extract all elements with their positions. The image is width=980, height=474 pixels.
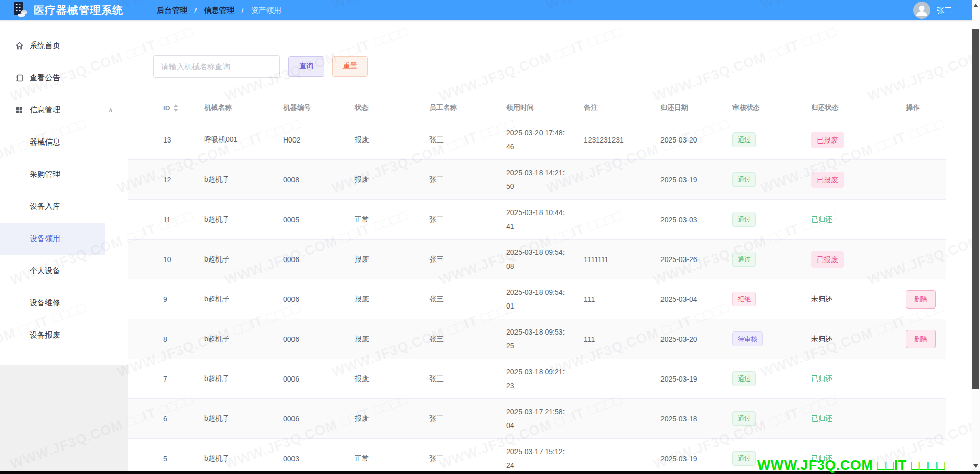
sidebar-item-设备维修[interactable]: 设备维修 — [0, 287, 105, 319]
return-status-tag: 已报废 — [811, 172, 844, 188]
column-header-label: 审核状态 — [732, 103, 760, 112]
table-row: 13呼吸机001H002报废张三2025-03-20 17:48:4612312… — [128, 120, 946, 160]
cell-remark: 111 — [584, 319, 660, 359]
cell-audit-status: 通过 — [732, 240, 811, 279]
cell-audit-status: 拒绝 — [732, 279, 811, 319]
column-header-操作: 操作 — [906, 96, 946, 120]
sidebar-item-label: 系统首页 — [30, 41, 60, 51]
return-status-tag: 已归还 — [811, 215, 832, 224]
cell-name: b超机子 — [204, 160, 283, 199]
cell-id: 13 — [163, 120, 204, 159]
cell-borrow-time: 2025-03-18 10:44:41 — [506, 200, 584, 239]
chevron-up-icon: ∧ — [108, 106, 113, 113]
breadcrumb-separator: / — [241, 6, 243, 15]
return-status-tag: 已报废 — [811, 132, 844, 148]
table-row: 9b超机子0006报废张三2025-03-18 09:54:011112025-… — [128, 279, 946, 319]
column-header-label: 操作 — [906, 103, 920, 112]
breadcrumb-item[interactable]: 后台管理 — [157, 6, 187, 15]
cell-remark: 1231231231 — [584, 120, 660, 159]
cell-status: 正常 — [355, 200, 429, 239]
cell-return-status: 未归还 — [811, 279, 906, 319]
book-icon — [15, 74, 24, 83]
scroll-down-arrow-icon[interactable] — [972, 462, 980, 470]
sidebar-item-信息管理[interactable]: 信息管理∧ — [0, 94, 105, 126]
sidebar-item-label: 设备维修 — [30, 298, 60, 308]
cell-code: 0006 — [283, 399, 355, 438]
cell-id: 6 — [163, 399, 204, 438]
column-header-ID[interactable]: ID — [163, 96, 204, 120]
cell-employee: 张三 — [429, 399, 506, 438]
cell-return-date: 2025-03-03 — [660, 200, 732, 239]
table-row: 7b超机子0006报废张三2025-03-18 09:21:232025-03-… — [128, 359, 946, 399]
cell-employee: 张三 — [429, 359, 506, 398]
cell-audit-status: 通过 — [732, 200, 811, 239]
table-row: 10b超机子0006报废张三2025-03-18 09:54:081111111… — [128, 240, 946, 279]
column-header-label: ID — [163, 104, 170, 112]
scrollbar[interactable] — [972, 0, 980, 474]
cell-id: 9 — [163, 279, 204, 319]
building-pills-logo-icon — [11, 1, 29, 19]
sidebar-item-label: 器械信息 — [30, 137, 60, 147]
cell-return-status: 已归还 — [811, 399, 906, 438]
cell-status: 正常 — [355, 439, 429, 474]
sort-icons[interactable] — [173, 104, 178, 112]
cell-borrow-time: 2025-03-17 21:58:04 — [506, 399, 584, 438]
cell-return-status: 已报废 — [811, 240, 906, 279]
scrollbar-thumb[interactable] — [972, 29, 979, 389]
cell-employee: 张三 — [429, 439, 506, 474]
cell-name: b超机子 — [204, 279, 283, 319]
query-button[interactable]: 查询 — [288, 56, 324, 77]
sidebar-item-label: 采购管理 — [30, 170, 60, 179]
column-header-机器编号: 机器编号 — [283, 96, 355, 120]
user-menu[interactable]: 张三 — [913, 0, 952, 20]
return-status-tag: 未归还 — [811, 295, 832, 304]
cell-status: 报废 — [355, 120, 429, 159]
cell-borrow-time: 2025-03-18 09:53:25 — [506, 319, 584, 359]
scroll-up-arrow-icon[interactable] — [972, 1, 980, 9]
cell-name: b超机子 — [204, 200, 283, 239]
reset-button[interactable]: 重置 — [332, 56, 368, 77]
delete-button[interactable]: 删除 — [906, 330, 936, 348]
sidebar-item-设备领用[interactable]: 设备领用 — [0, 223, 105, 255]
cell-employee: 张三 — [429, 279, 506, 319]
sidebar-item-label: 查看公告 — [30, 73, 60, 83]
audit-status-tag: 通过 — [732, 371, 756, 386]
breadcrumb: 后台管理 / 信息管理 / 资产领用 — [157, 0, 281, 20]
search-input[interactable] — [153, 55, 280, 78]
cell-borrow-time: 2025-03-18 09:54:01 — [506, 279, 584, 319]
grid-icon — [15, 106, 24, 115]
sidebar-menu: 系统首页查看公告信息管理∧器械信息采购管理设备入库设备领用个人设备设备维修设备报… — [0, 20, 128, 365]
sidebar-item-设备入库[interactable]: 设备入库 — [0, 191, 105, 223]
sidebar-item-个人设备[interactable]: 个人设备 — [0, 255, 105, 287]
cell-return-date: 2025-03-04 — [660, 279, 732, 319]
user-avatar-icon[interactable] — [913, 2, 930, 19]
table-header: ID机械名称机器编号状态员工名称领用时间备注归还日期审核状态归还状态操作 — [128, 96, 946, 120]
cell-action — [906, 240, 946, 279]
cell-return-date: 2025-03-19 — [660, 359, 732, 398]
cell-borrow-time: 2025-03-17 15:12:24 — [506, 439, 584, 474]
sidebar-item-系统首页[interactable]: 系统首页 — [0, 30, 105, 62]
column-header-label: 归还状态 — [811, 103, 839, 112]
delete-button[interactable]: 删除 — [906, 290, 936, 309]
cell-borrow-time: 2025-03-18 09:54:08 — [506, 240, 584, 279]
cell-return-date: 2025-03-18 — [660, 399, 732, 438]
sidebar-item-采购管理[interactable]: 采购管理 — [0, 158, 105, 191]
cell-status: 报废 — [355, 319, 429, 359]
sidebar-item-label: 设备领用 — [30, 234, 60, 244]
sidebar-item-查看公告[interactable]: 查看公告 — [0, 62, 105, 94]
column-header-机械名称: 机械名称 — [204, 96, 283, 120]
sidebar-item-器械信息[interactable]: 器械信息 — [0, 126, 105, 158]
sidebar-item-设备报废[interactable]: 设备报废 — [0, 319, 105, 351]
sidebar-item-label: 设备入库 — [30, 202, 60, 211]
cell-employee: 张三 — [429, 160, 506, 199]
column-header-归还状态: 归还状态 — [811, 96, 906, 120]
return-status-tag: 未归还 — [811, 335, 832, 344]
column-header-备注: 备注 — [584, 96, 660, 120]
cell-return-date: 2025-03-20 — [660, 120, 732, 159]
cell-remark: 1111111 — [584, 240, 660, 279]
column-header-状态: 状态 — [355, 96, 429, 120]
cell-return-date: 2025-03-19 — [660, 160, 732, 199]
column-header-label: 机械名称 — [204, 103, 232, 112]
breadcrumb-item[interactable]: 信息管理 — [204, 6, 234, 15]
cell-return-status: 已报废 — [811, 160, 906, 199]
